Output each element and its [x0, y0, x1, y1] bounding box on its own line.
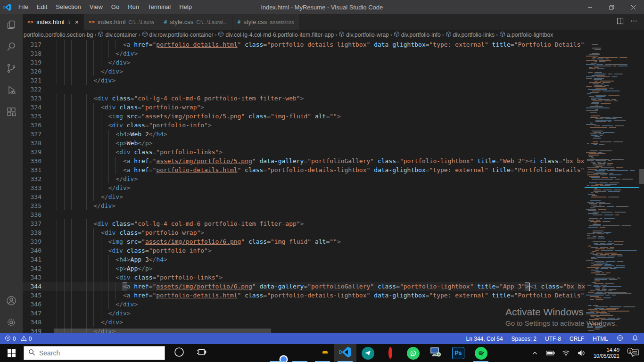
source-control-icon[interactable]: [0, 58, 23, 79]
code-line-346[interactable]: 346</div>: [23, 300, 585, 309]
code-line-331[interactable]: 331<a href="portfolio-details.html" clas…: [23, 165, 585, 174]
taskbar-clock[interactable]: 14:49 10/05/2021: [591, 347, 623, 359]
menu-run[interactable]: Run: [124, 0, 143, 14]
minimap[interactable]: [585, 40, 639, 333]
explorer-icon[interactable]: [0, 14, 23, 36]
code-line-322[interactable]: 322: [23, 85, 585, 94]
start-button[interactable]: [0, 344, 23, 362]
restore-icon[interactable]: [601, 0, 622, 14]
breadcrumb-item[interactable]: div.row.portfolio-container: [142, 31, 214, 39]
eol-sequence[interactable]: CRLF: [570, 336, 584, 342]
code-line-345[interactable]: 345<a href="portfolio-details.html" clas…: [23, 291, 585, 300]
breadcrumb-item[interactable]: div.col-lg-4.col-md-6.portfolio-item.fil…: [218, 31, 334, 39]
vertical-scrollbar-thumb[interactable]: [639, 169, 644, 184]
tab-style.css-2[interactable]: #style.cssC:\...\Laura\...: [159, 14, 233, 30]
feedback[interactable]: [617, 335, 623, 343]
minimize-icon[interactable]: [579, 0, 601, 14]
code-line-325[interactable]: 325<img src="assets/img/portfolio/5.png"…: [23, 112, 585, 121]
code-line-326[interactable]: 326<div class="portfolio-info">: [23, 121, 585, 130]
code-line-342[interactable]: 342<p>App</p>: [23, 264, 585, 273]
code-line-321[interactable]: 321</div>: [23, 76, 585, 85]
code-line-319[interactable]: 319</div>: [23, 58, 585, 67]
tab-index.html-0[interactable]: <>index.html.\×: [23, 14, 84, 30]
split-editor-icon[interactable]: [617, 17, 624, 26]
code-line-332[interactable]: 332</div>: [23, 174, 585, 183]
code-line-320[interactable]: 320</div>: [23, 67, 585, 76]
horizontal-scrollbar[interactable]: [23, 329, 585, 333]
code-line-334[interactable]: 334</div>: [23, 192, 585, 201]
breadcrumb-item[interactable]: a.portfolio-lightbox: [499, 31, 553, 39]
code-line-340[interactable]: 340<div class="portfolio-info">: [23, 246, 585, 255]
taskbar-task-view[interactable]: [190, 344, 213, 362]
vertical-scrollbar[interactable]: [639, 40, 644, 333]
code-line-317[interactable]: 317<a href="portfolio-details.html" clas…: [23, 40, 585, 49]
encoding[interactable]: UTF-8: [545, 336, 561, 342]
editor[interactable]: 317<a href="portfolio-details.html" clas…: [23, 40, 644, 333]
notifications[interactable]: [632, 335, 638, 343]
code-line-348[interactable]: 348</div>: [23, 318, 585, 327]
menu-help[interactable]: Help: [175, 0, 196, 14]
code-line-318[interactable]: 318</div>: [23, 49, 585, 58]
code-line-324[interactable]: 324<div class="portfolio-wrap">: [23, 103, 585, 112]
code-line-347[interactable]: 347</div>: [23, 309, 585, 318]
taskbar-file-explorer[interactable]: [311, 344, 334, 362]
taskbar-search[interactable]: [24, 346, 165, 360]
menu-edit[interactable]: Edit: [33, 0, 51, 14]
cursor-position[interactable]: Ln 344, Col 54: [466, 336, 503, 342]
taskbar-remote-desktop[interactable]: [424, 344, 447, 362]
taskbar-paper-plane-app[interactable]: [356, 344, 379, 362]
breadcrumb-item[interactable]: div.portfolio-wrap: [339, 31, 388, 39]
code-line-338[interactable]: 338<div class="portfolio-wrap">: [23, 228, 585, 237]
language-mode[interactable]: HTML: [593, 336, 608, 342]
code-line-327[interactable]: 327<h4>Web 2</h4>: [23, 130, 585, 139]
code-line-341[interactable]: 341<h4>App 3</h4>: [23, 255, 585, 264]
close-icon[interactable]: [622, 0, 644, 14]
code-line-336[interactable]: 336: [23, 210, 585, 219]
taskbar-chrome[interactable]: [266, 344, 289, 362]
wifi-icon[interactable]: [560, 344, 572, 362]
tab-index.html-1[interactable]: <>index.htmlC:\...\Laura: [84, 14, 159, 30]
code-line-335[interactable]: 335</div>: [23, 201, 585, 210]
code-line-328[interactable]: 328<p>Web</p>: [23, 139, 585, 148]
extensions-icon[interactable]: [0, 101, 23, 123]
breadcrumb-item[interactable]: div.container: [98, 31, 137, 39]
code-line-330[interactable]: 330<a href="assets/img/portfolio/5.png" …: [23, 156, 585, 165]
code-line-329[interactable]: 329<div class="portfolio-links">: [23, 148, 585, 156]
run-debug-icon[interactable]: [0, 79, 23, 101]
battery-icon[interactable]: [544, 344, 557, 362]
error-count[interactable]: 0: [5, 335, 16, 343]
taskbar-photoshop[interactable]: Ps: [447, 344, 470, 362]
menu-file[interactable]: File: [14, 0, 33, 14]
search-icon[interactable]: [0, 36, 23, 58]
search-input[interactable]: [39, 349, 143, 357]
breadcrumb-item[interactable]: div.portfolio-info: [394, 31, 441, 39]
breadcrumb-item[interactable]: div.portfolio-links: [446, 31, 495, 39]
more-actions-icon[interactable]: [630, 17, 637, 26]
code-line-323[interactable]: 323<div class="col-lg-4 col-md-6 portfol…: [23, 94, 585, 103]
code-line-344[interactable]: 344<a href="assets/img/portfolio/6.png" …: [23, 282, 585, 291]
indentation[interactable]: Spaces: 2: [512, 336, 537, 342]
taskbar-edge[interactable]: [289, 344, 311, 362]
tab-style.css-3[interactable]: #style.cssassets\css: [233, 14, 299, 30]
breadcrumb-item[interactable]: portfolio.portfolio.section-bg: [24, 32, 93, 38]
taskbar-whatsapp[interactable]: [402, 344, 424, 362]
code-line-343[interactable]: 343<div class="portfolio-links">: [23, 273, 585, 282]
menu-go[interactable]: Go: [107, 0, 124, 14]
account-icon[interactable]: [0, 290, 23, 312]
volume-icon[interactable]: [575, 344, 588, 362]
close-tab-icon[interactable]: ×: [75, 18, 79, 26]
menu-selection[interactable]: Selection: [51, 0, 85, 14]
menu-terminal[interactable]: Terminal: [143, 0, 175, 14]
horizontal-scrollbar-thumb[interactable]: [54, 329, 271, 333]
code-line-337[interactable]: 337<div class="col-lg-4 col-md-6 portfol…: [23, 219, 585, 228]
menu-view[interactable]: View: [85, 0, 107, 14]
taskbar-spotify[interactable]: [470, 344, 492, 362]
tray-chevron-icon[interactable]: [528, 344, 541, 362]
code-line-333[interactable]: 333</div>: [23, 183, 585, 192]
taskbar-vscode[interactable]: [334, 344, 356, 362]
warning-count[interactable]: 0: [21, 335, 32, 343]
code-line-339[interactable]: 339<img src="assets/img/portfolio/6.png"…: [23, 237, 585, 246]
settings-gear-icon[interactable]: [0, 312, 23, 333]
notification-center-icon[interactable]: 1: [626, 349, 644, 357]
taskbar-opera[interactable]: [379, 344, 402, 362]
